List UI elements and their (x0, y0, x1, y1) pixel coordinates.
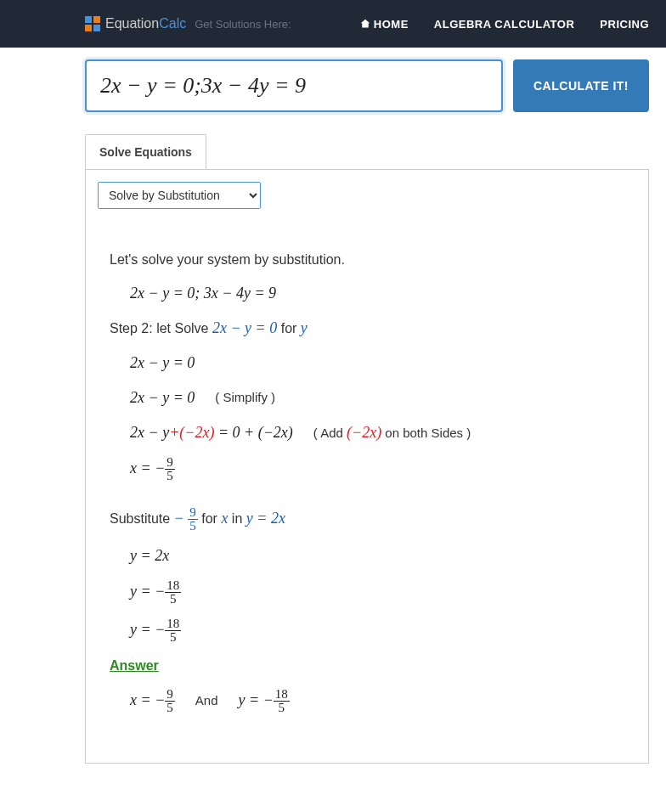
system-equations: 2x − y = 0; 3x − 4y = 9 (130, 282, 624, 305)
nav-links: HOME ALGEBRA CALCULATOR PRICING (360, 18, 649, 31)
answer-values: x = −95 And y = −185 (130, 688, 624, 714)
nav-pricing[interactable]: PRICING (600, 18, 649, 31)
sub-line2: y = −185 (130, 579, 624, 606)
substitute-line: Substitute − 95 for x in y = 2x (110, 506, 624, 533)
step2: Step 2: let Solve 2x − y = 0 for y (110, 317, 624, 340)
sub-line1: y = 2x (130, 544, 624, 567)
nav-home[interactable]: HOME (360, 18, 409, 31)
step2-line2: 2x − y = 0 ( Simplify ) (130, 386, 624, 409)
step2-line4: x = −95 (130, 456, 624, 482)
step2-line1: 2x − y = 0 (130, 352, 624, 375)
svg-rect-0 (85, 16, 92, 23)
intro-text: Let's solve your system by substitution. (110, 250, 624, 270)
method-select[interactable]: Solve by Substitution (99, 183, 260, 208)
svg-rect-1 (93, 16, 100, 23)
tab-solve-equations[interactable]: Solve Equations (85, 134, 206, 169)
nav-home-label: HOME (374, 18, 409, 31)
method-select-wrap: Solve by Substitution (98, 182, 261, 209)
logo-icon (85, 16, 100, 31)
tabs: Solve Equations (85, 134, 649, 169)
solution-panel: Solve by Substitution Let's solve your s… (85, 169, 649, 764)
home-icon (360, 19, 370, 29)
main-container: CALCULATE IT! Solve Equations Solve by S… (0, 48, 666, 798)
tagline: Get Solutions Here: (195, 18, 291, 31)
step2-line3: 2x − y+(−2x) = 0 + (−2x) ( Add (−2x) on … (130, 421, 624, 444)
logo-text: EquationCalc (105, 16, 186, 31)
svg-rect-2 (85, 25, 92, 31)
nav-algebra[interactable]: ALGEBRA CALCULATOR (434, 18, 574, 31)
sub-line3: y = −185 (130, 617, 624, 644)
svg-rect-3 (93, 25, 100, 31)
input-row: CALCULATE IT! (85, 59, 649, 112)
answer-label: Answer (110, 656, 624, 676)
solution-body: Let's solve your system by substitution.… (98, 209, 636, 735)
logo[interactable]: EquationCalc Get Solutions Here: (85, 16, 291, 31)
equation-input[interactable] (85, 59, 503, 112)
calculate-button[interactable]: CALCULATE IT! (513, 59, 649, 112)
top-nav: EquationCalc Get Solutions Here: HOME AL… (0, 0, 666, 48)
